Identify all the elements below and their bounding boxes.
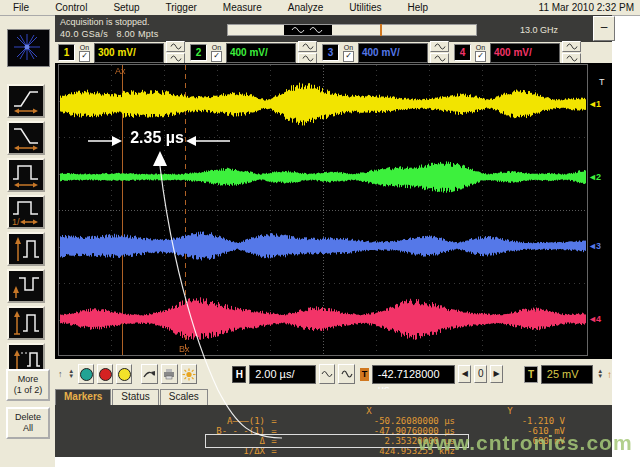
channel-1-ground-marker[interactable]: ◄1: [588, 99, 600, 109]
channel-row: 1 On ✓ 300 mV/ 2 On ✓ 400 mV/ 3 On ✓ 400…: [55, 42, 612, 63]
menu-file[interactable]: File: [0, 1, 42, 14]
zoom-wave-small-icon[interactable]: [319, 364, 336, 384]
channel-2-ground-marker[interactable]: ◄2: [588, 172, 600, 182]
left-arrow-icon: ◄: [588, 314, 596, 324]
tab-scales[interactable]: Scales: [160, 389, 208, 405]
menu-analyze[interactable]: Analyze: [275, 1, 337, 14]
channel-2-waveform-button-top[interactable]: [298, 41, 317, 52]
menu-trigger[interactable]: Trigger: [153, 1, 210, 14]
menu-control[interactable]: Control: [42, 1, 100, 14]
marker-bx-handle[interactable]: Bx: [179, 344, 190, 354]
channel-3-button[interactable]: 3: [322, 44, 339, 61]
channel-3-group: 3 On ✓ 400 mV/: [322, 41, 449, 64]
left-arrow-icon: ◄: [588, 99, 596, 109]
scroll-up-icon[interactable]: ↑: [58, 369, 64, 379]
clock: 11 Mar 2010 2:32 PM: [539, 2, 640, 13]
delta-time-annotation: 2.35 µs: [119, 129, 195, 147]
channel-4-group: 4 On ✓ 400 mV/: [454, 41, 581, 64]
zoom-wave-large-icon[interactable]: [338, 364, 355, 384]
channel-1-on-label: On: [80, 44, 89, 51]
channel-1-on-checkbox[interactable]: ✓: [79, 51, 90, 62]
measure-fall-time-icon[interactable]: [7, 121, 45, 155]
trigger-arrow-icon: ↑: [607, 369, 612, 380]
y-column-header: Y: [455, 406, 565, 416]
trigger-settings-button[interactable]: T: [524, 366, 538, 383]
marker-a-y: -1.210 V: [455, 416, 565, 426]
channel-3-scale-display[interactable]: 400 mV/: [358, 43, 428, 63]
channel-2-on-checkbox[interactable]: ✓: [211, 51, 222, 62]
channel-4-on-checkbox[interactable]: ✓: [475, 51, 486, 62]
channel-marker-strip: T ◄1 ◄2 ◄3 ◄4: [588, 63, 612, 359]
trigger-level-spinner[interactable]: ▲▼: [596, 369, 604, 379]
bandwidth-slider[interactable]: [227, 24, 477, 36]
timebase-display[interactable]: 2.00 µs/: [249, 365, 316, 384]
undo-icon[interactable]: [141, 364, 158, 384]
channel-3-on-label: On: [344, 44, 353, 51]
horizontal-toolbar: ↑ ▲▼ H 2.00 µs/ T -42.7128000 µs ◀ 0 ▶ T…: [55, 359, 612, 389]
channel-1-button[interactable]: 1: [58, 44, 75, 61]
brightness-icon[interactable]: [181, 364, 198, 384]
channel-3-on-checkbox[interactable]: ✓: [343, 51, 354, 62]
marker-a-x: -50.26080000 µs: [283, 416, 455, 426]
scope-logo-icon[interactable]: [7, 29, 50, 67]
channel-3-waveform-button-top[interactable]: [430, 41, 449, 52]
marker-spinner[interactable]: ▲▼: [67, 369, 75, 379]
scope-main: Acquisition is stopped. 40.0 GSa/s 8.00 …: [55, 15, 612, 467]
measure-v-max-icon[interactable]: [7, 232, 45, 266]
channel-2-button[interactable]: 2: [190, 44, 207, 61]
bandwidth-slider-thumb[interactable]: [284, 25, 332, 35]
horizontal-settings-button[interactable]: H: [232, 366, 246, 383]
slider-tick: [380, 24, 382, 36]
acquisition-bar: Acquisition is stopped. 40.0 GSa/s 8.00 …: [55, 15, 612, 42]
marker-ax-handle[interactable]: Ax: [115, 66, 126, 76]
measure-rise-time-icon[interactable]: [7, 84, 45, 118]
measure-v-amplitude-icon[interactable]: [7, 306, 45, 340]
channel-4-button[interactable]: 4: [454, 44, 471, 61]
channel-4-waveform-button-top[interactable]: [562, 41, 581, 52]
delay-right-button[interactable]: ▶: [490, 365, 503, 383]
readout-header-row: X Y: [55, 406, 612, 416]
channel-2-group: 2 On ✓ 400 mV/: [190, 41, 317, 64]
minimize-button[interactable]: –: [593, 16, 615, 41]
more-button[interactable]: More (1 of 2): [6, 369, 50, 401]
more-label: More: [8, 374, 48, 385]
channel-4-ground-marker[interactable]: ◄4: [588, 314, 600, 324]
tab-markers[interactable]: Markers: [55, 389, 111, 405]
marker-color-red-button[interactable]: [97, 364, 113, 384]
channel-1-group: 1 On ✓ 300 mV/: [58, 41, 185, 64]
delete-all-button[interactable]: Delete All: [6, 407, 50, 439]
channel-1-waveform-button-top[interactable]: [166, 41, 185, 52]
channel-4-on-label: On: [476, 44, 485, 51]
channel-2-scale-display[interactable]: 400 mV/: [226, 43, 296, 63]
sample-rate: 40.0 GSa/s: [60, 29, 108, 39]
channel-4-scale-display[interactable]: 400 mV/: [490, 43, 560, 63]
delete-all-label: All: [8, 423, 48, 434]
marker-color-teal-button[interactable]: [78, 364, 94, 384]
trigger-time-flag-icon: T: [360, 368, 369, 381]
measure-pulse-width-icon[interactable]: [7, 158, 45, 192]
delay-zero-button[interactable]: 0: [474, 365, 487, 383]
waveform-screen: Ax Bx 2.35 µs T ◄1 ◄2 ◄3 ◄4: [55, 63, 612, 359]
acquisition-status: Acquisition is stopped.: [60, 17, 150, 27]
tab-status[interactable]: Status: [112, 389, 158, 405]
channel-1-scale-display[interactable]: 300 mV/: [94, 43, 164, 63]
trigger-level-display[interactable]: 25 mV: [541, 365, 593, 384]
marker-color-yellow-button[interactable]: [116, 364, 132, 384]
x-column-header: X: [283, 406, 455, 416]
menu-setup[interactable]: Setup: [100, 1, 152, 14]
measure-v-min-icon[interactable]: [7, 269, 45, 303]
marker-a-row: A———(1) = -50.26080000 µs -1.210 V: [55, 416, 612, 426]
menu-utilities[interactable]: Utilities: [336, 1, 394, 14]
print-icon[interactable]: [161, 364, 178, 384]
waveform-grid: [58, 64, 588, 356]
menu-help[interactable]: Help: [395, 1, 442, 14]
delete-label: Delete: [8, 412, 48, 423]
bandwidth-readout: 13.0 GHz: [520, 25, 558, 35]
measure-frequency-icon[interactable]: 1/: [7, 195, 45, 229]
channel-3-ground-marker[interactable]: ◄3: [588, 241, 600, 251]
delay-left-button[interactable]: ◀: [458, 365, 471, 383]
horizontal-delay-display[interactable]: -42.7128000 µs: [372, 365, 456, 384]
result-tabs: Markers Status Scales: [55, 389, 612, 405]
left-arrow-icon: ◄: [588, 241, 596, 251]
menu-measure[interactable]: Measure: [210, 1, 275, 14]
